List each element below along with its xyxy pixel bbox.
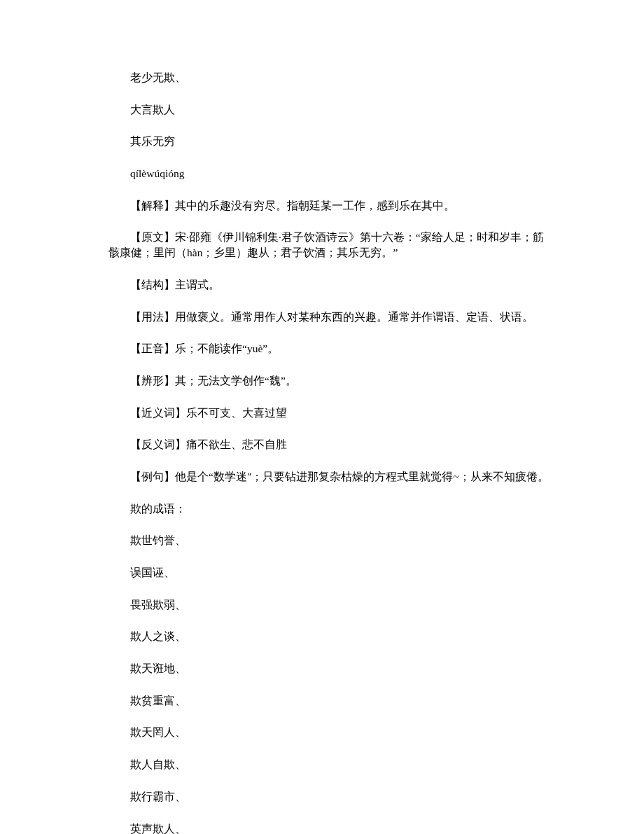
text-line: 【正音】乐；不能读作“yuè”。 [108,341,553,356]
text-line: 【原文】宋·邵雍《伊川锦利集·君子饮酒诗云》第十六卷：“家给人足；时和岁丰；筋骸… [108,230,553,260]
text-line: 欺天诳地、 [108,661,553,676]
text-line: 【反义词】痛不欲生、悲不自胜 [108,437,553,452]
text-line: 欺人自欺、 [108,757,553,772]
text-line: 欺的成语： [108,501,553,517]
text-line: qílèwúqióng [108,166,553,181]
text-line: 【辨形】其；无法文学创作“魏”。 [108,373,553,389]
text-line: 误国诬、 [108,565,553,581]
document-content: 老少无欺、 大言欺人 其乐无穷 qílèwúqióng 【解释】其中的乐趣没有穷… [0,0,644,834]
text-line: 欺行霸市、 [108,789,553,805]
text-line: 欺天罔人、 [108,725,553,740]
text-line: 【例句】他是个“数学迷″；只要钻进那复杂枯燥的方程式里就觉得~；从来不知疲倦。 [108,469,553,485]
text-line: 【解释】其中的乐趣没有穷尽。指朝廷某一工作，感到乐在其中。 [108,198,553,214]
text-line: 【结构】主谓式。 [108,277,553,293]
text-line: 欺贫重富、 [108,693,553,709]
text-line: 大言欺人 [108,102,553,118]
text-line: 欺人之谈、 [108,629,553,644]
text-line: 老少无欺、 [108,70,553,85]
text-line: 其乐无穷 [108,134,553,149]
text-line: 畏强欺弱、 [108,597,553,613]
text-line: 英声欺人、 [108,821,553,835]
text-line: 【用法】用做褒义。通常用作人对某种东西的兴趣。通常并作谓语、定语、状语。 [108,310,553,325]
text-line: 【近义词】乐不可支、大喜过望 [108,405,553,421]
text-line: 欺世钓誉、 [108,533,553,548]
